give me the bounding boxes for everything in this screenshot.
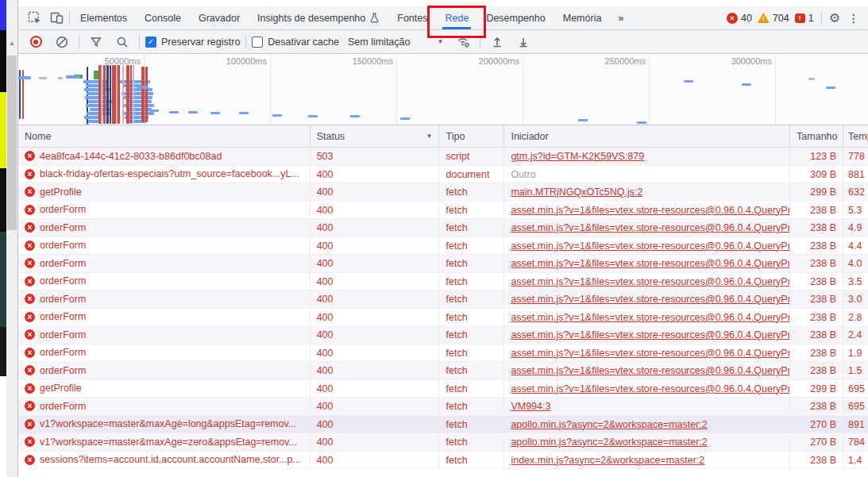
table-row[interactable]: × 4ea8fca4-144c-41c2-8033-b86df0bc08ad 5… (18, 148, 868, 166)
cell-name[interactable]: × sessions?items=account.id,account.acco… (18, 452, 311, 469)
scrollbar-up-arrow[interactable]: ▲ (6, 40, 17, 47)
more-options-icon[interactable]: ⋮ (846, 12, 862, 25)
cell-name[interactable]: × orderForm (18, 273, 311, 290)
cell-name[interactable]: × orderForm (18, 326, 311, 344)
page-scrollbar[interactable]: ▲ (6, 0, 17, 477)
table-row[interactable]: × orderForm 400 fetch VM994:3 238 B 695 (18, 398, 868, 416)
waterfall-bar (18, 76, 31, 79)
clear-network-log-button[interactable] (51, 30, 73, 53)
cell-name[interactable]: × orderForm (18, 309, 311, 326)
cell-name[interactable]: × orderForm (18, 255, 311, 272)
initiator-link[interactable]: asset.min.js?v=1&files=vtex.store-resour… (511, 222, 790, 233)
cell-size: 309 B (790, 166, 843, 183)
initiator-link[interactable]: asset.min.js?v=1&files=vtex.store-resour… (511, 312, 790, 323)
preserve-log-checkbox-group[interactable]: ✓ Preservar registro (145, 37, 240, 48)
tab-desempenho[interactable]: Desempenho (477, 6, 554, 29)
column-header-iniciador[interactable]: Iniciador (504, 125, 790, 147)
inspect-element-icon[interactable] (23, 6, 45, 29)
scrollbar-thumb[interactable] (7, 56, 17, 230)
column-header-nome[interactable]: Nome (18, 125, 311, 147)
initiator-link[interactable]: asset.min.js?v=1&files=vtex.store-resour… (511, 205, 790, 216)
waterfall-bar (66, 75, 80, 79)
table-row[interactable]: × orderForm 400 fetch asset.min.js?v=1&f… (18, 219, 868, 237)
settings-gear-icon[interactable]: ⚙ (829, 10, 840, 25)
tab-console[interactable]: Console (136, 6, 190, 29)
network-conditions-icon[interactable] (452, 30, 474, 53)
table-row[interactable]: × orderForm 400 fetch asset.min.js?v=1&f… (18, 362, 868, 380)
cell-name[interactable]: × orderForm (18, 398, 311, 415)
initiator-link[interactable]: asset.min.js?v=1&files=vtex.store-resour… (511, 329, 790, 340)
more-tabs-chevron[interactable]: » (610, 6, 631, 29)
error-icon: × (25, 222, 35, 233)
cell-name[interactable]: × orderForm (18, 344, 311, 362)
initiator-link[interactable]: gtm.js?id=GTM-K2K59VS:879 (511, 151, 644, 162)
record-network-log-button[interactable] (25, 30, 47, 53)
waterfall-bar (106, 65, 109, 124)
table-row[interactable]: × orderForm 400 fetch asset.min.js?v=1&f… (18, 255, 868, 273)
table-row[interactable]: × orderForm 400 fetch asset.min.js?v=1&f… (18, 344, 868, 363)
initiator-link[interactable]: main.MTRjNGQxOTc5NQ.js:2 (511, 187, 642, 198)
initiator-link[interactable]: asset.min.js?v=1&files=vtex.store-resour… (511, 276, 790, 287)
cell-name[interactable]: × v1?workspace=master&maxAge=zero&appsEt… (18, 433, 311, 451)
table-row[interactable]: × orderForm 400 fetch asset.min.js?v=1&f… (18, 273, 868, 291)
initiator-link[interactable]: asset.min.js?v=1&files=vtex.store-resour… (511, 294, 790, 305)
initiator-link[interactable]: apollo.min.js?async=2&workspace=master:2 (511, 419, 707, 430)
device-toolbar-icon[interactable] (45, 6, 68, 29)
cell-name[interactable]: × orderForm (18, 202, 311, 219)
cell-name[interactable]: × orderForm (18, 219, 311, 237)
initiator-link[interactable]: asset.min.js?v=1&files=vtex.store-resour… (511, 383, 790, 394)
initiator-link[interactable]: asset.min.js?v=1&files=vtex.store-resour… (511, 258, 790, 269)
disable-cache-checkbox-group[interactable]: Desativar cache (252, 37, 339, 48)
column-header-status[interactable]: Status▼ (311, 125, 440, 147)
tab-insights-de-desempenho[interactable]: Insights de desempenho (249, 6, 388, 29)
requests-table-header[interactable]: NomeStatus▼TipoIniciadorTamanhoTempo (18, 125, 868, 148)
export-har-icon[interactable] (512, 30, 534, 53)
cell-name[interactable]: × orderForm (18, 290, 311, 308)
table-row[interactable]: × black-friday-ofertas-especiais?utm_sou… (18, 166, 868, 184)
filter-icon[interactable] (85, 30, 107, 53)
column-header-tempo[interactable]: Tempo (843, 125, 868, 147)
waterfall-bar (210, 112, 220, 114)
table-row[interactable]: × orderForm 400 fetch asset.min.js?v=1&f… (18, 290, 868, 309)
cell-name[interactable]: × orderForm (18, 237, 311, 255)
initiator-link[interactable]: asset.min.js?v=1&files=vtex.store-resour… (511, 240, 790, 252)
tab-fontes[interactable]: Fontes (388, 6, 436, 29)
throttling-dropdown[interactable]: Sem limitação ▼ (343, 37, 448, 48)
tab-elementos[interactable]: Elementos (71, 6, 136, 29)
table-row[interactable]: × sessions?items=account.id,account.acco… (18, 452, 868, 470)
warning-count-badge[interactable]: ! 704 (758, 13, 789, 24)
initiator-link[interactable]: asset.min.js?v=1&files=vtex.store-resour… (511, 348, 790, 359)
initiator-link[interactable]: asset.min.js?v=1&files=vtex.store-resour… (511, 365, 790, 376)
disable-cache-checkbox[interactable] (252, 37, 263, 48)
initiator-link[interactable]: index.min.js?async=2&workspace=master:2 (511, 455, 704, 466)
table-row[interactable]: × v1?workspace=master&maxAge=long&appsEt… (18, 416, 868, 434)
initiator-link[interactable]: VM994:3 (511, 401, 550, 412)
search-icon[interactable] (111, 30, 133, 53)
cell-name[interactable]: × getProfile (18, 183, 311, 201)
cell-name[interactable]: × v1?workspace=master&maxAge=long&appsEt… (18, 416, 311, 433)
cell-name[interactable]: × getProfile (18, 380, 311, 398)
table-row[interactable]: × getProfile 400 fetch main.MTRjNGQxOTc5… (18, 183, 868, 202)
table-row[interactable]: × orderForm 400 fetch asset.min.js?v=1&f… (18, 309, 868, 327)
tab-gravador[interactable]: Gravador (190, 6, 249, 29)
cell-name[interactable]: × 4ea8fca4-144c-41c2-8033-b86df0bc08ad (18, 148, 311, 165)
initiator-link[interactable]: apollo.min.js?async=2&workspace=master:2 (511, 437, 707, 448)
column-header-tipo[interactable]: Tipo (439, 125, 504, 147)
preserve-log-checkbox[interactable]: ✓ (145, 37, 156, 48)
tab-mem-ria[interactable]: Memória (554, 6, 611, 29)
import-har-icon[interactable] (486, 30, 508, 53)
cell-name[interactable]: × black-friday-ofertas-especiais?utm_sou… (18, 166, 311, 183)
table-row[interactable]: × orderForm 400 fetch asset.min.js?v=1&f… (18, 202, 868, 220)
cell-name[interactable]: × orderForm (18, 362, 311, 379)
tab-rede[interactable]: Rede (436, 6, 477, 29)
table-row[interactable]: × getProfile 400 fetch asset.min.js?v=1&… (18, 380, 868, 398)
error-count-badge[interactable]: × 40 (727, 13, 752, 24)
column-header-tamanho[interactable]: Tamanho (790, 125, 843, 147)
network-overview-timeline[interactable]: 50000ms100000ms150000ms200000ms250000ms3… (18, 54, 868, 125)
table-row[interactable]: × orderForm 400 fetch asset.min.js?v=1&f… (18, 237, 868, 256)
table-row[interactable]: × v1?workspace=master&maxAge=zero&appsEt… (18, 433, 868, 452)
table-row[interactable]: × orderForm 400 fetch asset.min.js?v=1&f… (18, 326, 868, 344)
issue-count-badge[interactable]: ! 1 (795, 13, 814, 24)
timeline-tick-label: 100000ms (210, 56, 267, 66)
cell-time: 4.4 (843, 237, 868, 255)
